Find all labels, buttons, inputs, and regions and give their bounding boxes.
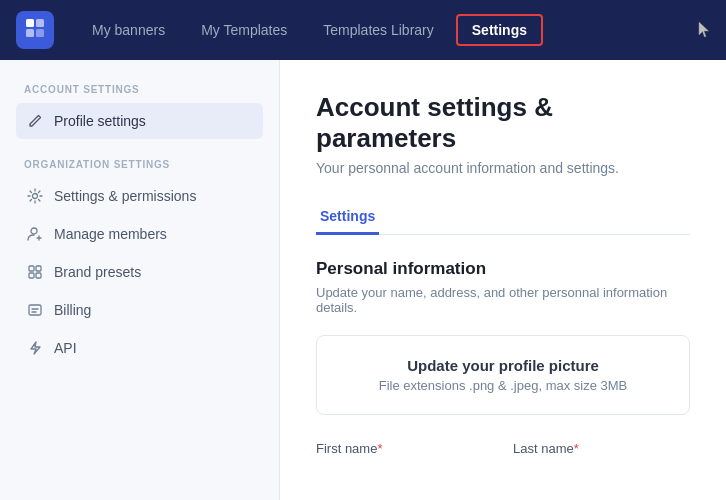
nav-item-my-banners[interactable]: My banners <box>78 16 179 44</box>
first-name-field: First name* <box>316 439 493 457</box>
sidebar-item-brand-presets[interactable]: Brand presets <box>16 254 263 290</box>
last-name-field: Last name* <box>513 439 690 457</box>
svg-rect-6 <box>36 266 41 271</box>
settings-icon <box>26 187 44 205</box>
personal-info-desc: Update your name, address, and other per… <box>316 285 690 315</box>
pen-icon <box>26 112 44 130</box>
last-name-required: * <box>574 441 579 456</box>
account-section-label: ACCOUNT SETTINGS <box>16 84 263 95</box>
nav-item-settings[interactable]: Settings <box>456 14 543 46</box>
main-layout: ACCOUNT SETTINGS Profile settings ORGANI… <box>0 60 726 500</box>
cursor-icon <box>698 21 710 39</box>
svg-rect-5 <box>29 266 34 271</box>
page-title: Account settings & parameters <box>316 92 690 154</box>
account-settings-section: ACCOUNT SETTINGS Profile settings <box>16 84 263 139</box>
svg-point-4 <box>33 194 38 199</box>
logo-icon <box>24 17 46 44</box>
sidebar-item-profile-settings[interactable]: Profile settings <box>16 103 263 139</box>
sidebar-item-api-label: API <box>54 340 77 356</box>
user-plus-icon <box>26 225 44 243</box>
sidebar-item-brand-presets-label: Brand presets <box>54 264 141 280</box>
org-settings-section: ORGANIZATION SETTINGS Settings & permiss… <box>16 159 263 366</box>
org-section-label: ORGANIZATION SETTINGS <box>16 159 263 170</box>
main-content: Account settings & parameters Your perso… <box>280 60 726 500</box>
logo-button[interactable] <box>16 11 54 49</box>
svg-rect-8 <box>36 273 41 278</box>
sidebar-item-manage-members[interactable]: Manage members <box>16 216 263 252</box>
grid-icon <box>26 263 44 281</box>
topnav: My banners My Templates Templates Librar… <box>0 0 726 60</box>
sidebar-item-billing[interactable]: Billing <box>16 292 263 328</box>
personal-info-title: Personal information <box>316 259 690 279</box>
svg-rect-0 <box>26 19 34 27</box>
page-subtitle: Your personnal account information and s… <box>316 160 690 176</box>
sidebar-item-billing-label: Billing <box>54 302 91 318</box>
svg-rect-7 <box>29 273 34 278</box>
bill-icon <box>26 301 44 319</box>
profile-picture-title: Update your profile picture <box>407 357 599 374</box>
sidebar-item-settings-permissions[interactable]: Settings & permissions <box>16 178 263 214</box>
nav-item-my-templates[interactable]: My Templates <box>187 16 301 44</box>
bolt-icon <box>26 339 44 357</box>
tab-bar: Settings <box>316 200 690 235</box>
svg-rect-9 <box>29 305 41 315</box>
first-name-required: * <box>377 441 382 456</box>
tab-settings[interactable]: Settings <box>316 200 379 235</box>
sidebar-item-api[interactable]: API <box>16 330 263 366</box>
profile-picture-box[interactable]: Update your profile picture File extensi… <box>316 335 690 415</box>
sidebar-item-profile-settings-label: Profile settings <box>54 113 146 129</box>
sidebar-item-settings-permissions-label: Settings & permissions <box>54 188 196 204</box>
profile-picture-desc: File extensions .png & .jpeg, max size 3… <box>379 378 628 393</box>
sidebar: ACCOUNT SETTINGS Profile settings ORGANI… <box>0 60 280 500</box>
svg-rect-3 <box>36 29 44 37</box>
svg-rect-2 <box>26 29 34 37</box>
first-name-label: First name <box>316 441 377 456</box>
svg-rect-1 <box>36 19 44 27</box>
sidebar-item-manage-members-label: Manage members <box>54 226 167 242</box>
name-form-row: First name* Last name* <box>316 439 690 457</box>
last-name-label: Last name <box>513 441 574 456</box>
nav-item-templates-library[interactable]: Templates Library <box>309 16 448 44</box>
